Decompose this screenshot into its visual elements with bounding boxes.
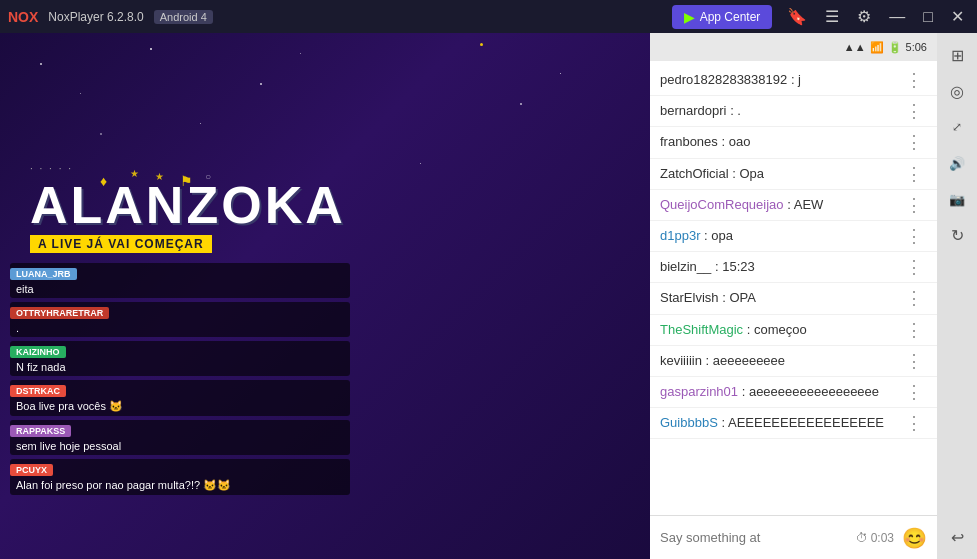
sidebar-resize-icon[interactable]: ⤢: [941, 111, 973, 143]
sidebar-camera-icon[interactable]: 📷: [941, 183, 973, 215]
chat-username: QueijoComRequeijao: [660, 197, 784, 212]
chat-overlay-item: PCUYX Alan foi preso por nao pagar multa…: [10, 459, 350, 495]
logo-tagline: A LIVE JÁ VAI COMEÇAR: [30, 235, 212, 253]
chat-username: StarElvish: [660, 290, 719, 305]
status-icons: ▲▲ 📶 🔋 5:06: [844, 41, 927, 54]
chat-overlay-text: eita: [10, 281, 350, 298]
chat-item-menu[interactable]: ⋮: [901, 196, 927, 214]
time-display: 5:06: [906, 41, 927, 53]
version-label: NoxPlayer 6.2.8.0: [48, 10, 143, 24]
app-center-label: App Center: [700, 10, 761, 24]
chat-message: : oao: [721, 134, 750, 149]
chat-message: : 15:23: [715, 259, 755, 274]
logo-small-text: · · · · ·: [30, 163, 346, 174]
chat-overlay-text: N fiz nada: [10, 359, 350, 376]
chat-item-menu[interactable]: ⋮: [901, 133, 927, 151]
sidebar-volume-icon[interactable]: 🔊: [941, 147, 973, 179]
chat-item-menu[interactable]: ⋮: [901, 165, 927, 183]
titlebar: NOX NoxPlayer 6.2.8.0 Android 4 ▶ App Ce…: [0, 0, 977, 33]
chat-message: : aeeeeeeeee: [706, 353, 786, 368]
chat-item-menu[interactable]: ⋮: [901, 321, 927, 339]
chat-username: bielzin__: [660, 259, 711, 274]
chat-overlay-item: DSTRKAC Boa live pra vocês 🐱: [10, 380, 350, 416]
status-bar: ▲▲ 📶 🔋 5:06: [650, 33, 937, 61]
chat-username: TheShiftMagic: [660, 322, 743, 337]
chat-overlay-item: LUANA_JRB eita: [10, 263, 350, 298]
wifi-icon: ▲▲: [844, 41, 866, 53]
chat-list-item: StarElvish : OPA ⋮: [650, 283, 937, 314]
signal-icon: 📶: [870, 41, 884, 54]
chat-list-item: bielzin__ : 15:23 ⋮: [650, 252, 937, 283]
chat-username: gasparzinh01: [660, 384, 738, 399]
sidebar-apps-icon[interactable]: ⊞: [941, 39, 973, 71]
app-center-button[interactable]: ▶ App Center: [672, 5, 773, 29]
chat-item-menu[interactable]: ⋮: [901, 414, 927, 432]
minimize-icon[interactable]: —: [884, 6, 910, 28]
chat-overlay-text: sem live hoje pessoal: [10, 438, 350, 455]
chat-list-item: bernardopri : . ⋮: [650, 96, 937, 127]
chat-overlay-text: Alan foi preso por nao pagar multa?!? 🐱🐱: [10, 477, 350, 495]
android-label: Android 4: [154, 10, 213, 24]
chat-message: : j: [791, 72, 801, 87]
chat-list-item: GuibbbbS : AEEEEEEEEEEEEEEEEE ⋮: [650, 408, 937, 439]
chat-list[interactable]: pedro1828283838192 : j ⋮ bernardopri : .…: [650, 61, 937, 515]
chat-item-menu[interactable]: ⋮: [901, 102, 927, 120]
chat-item-menu[interactable]: ⋮: [901, 289, 927, 307]
chat-list-item: d1pp3r : opa ⋮: [650, 221, 937, 252]
chat-item-menu[interactable]: ⋮: [901, 227, 927, 245]
chat-list-item: TheShiftMagic : começoo ⋮: [650, 315, 937, 346]
emoji-button[interactable]: 😊: [902, 526, 927, 550]
chat-overlay: LUANA_JRB eita OTTRYHRARETRAR . KAIZINHO…: [10, 263, 350, 499]
chat-item-menu[interactable]: ⋮: [901, 352, 927, 370]
chat-message: : aeeeeeeeeeeeeeeeee: [742, 384, 879, 399]
chat-timer: ⏱ 0:03: [856, 531, 894, 545]
chat-list-item: ZatchOficial : Opa ⋮: [650, 159, 937, 190]
timer-value: 0:03: [871, 531, 894, 545]
chat-username: franbones: [660, 134, 718, 149]
settings-icon[interactable]: ⚙: [852, 5, 876, 28]
game-logo: · · · · · ALANZOKA A LIVE JÁ VAI COMEÇAR: [30, 53, 346, 253]
chat-message: : OPA: [722, 290, 756, 305]
game-area: ♦ ★ ★ ⚑ ○ · · · · · ALANZOKA A LIVE JÁ V…: [0, 33, 650, 559]
chat-list-item: QueijoComRequeijao : AEW ⋮: [650, 190, 937, 221]
chat-overlay-item: RAPPAKSS sem live hoje pessoal: [10, 420, 350, 455]
right-sidebar: ⊞ ◎ ⤢ 🔊 📷 ↻ ↩: [937, 33, 977, 559]
chat-message: : opa: [704, 228, 733, 243]
chat-overlay-text: Boa live pra vocês 🐱: [10, 398, 350, 416]
bookmark-icon[interactable]: 🔖: [782, 5, 812, 28]
sidebar-location-icon[interactable]: ◎: [941, 75, 973, 107]
logo-main-text: ALANZOKA: [30, 179, 346, 231]
menu-icon[interactable]: ☰: [820, 5, 844, 28]
chat-overlay-item: OTTRYHRARETRAR .: [10, 302, 350, 337]
chat-message: : Opa: [732, 166, 764, 181]
chat-input[interactable]: [660, 530, 848, 545]
battery-icon: 🔋: [888, 41, 902, 54]
chat-message: : AEW: [787, 197, 823, 212]
chat-username: ZatchOficial: [660, 166, 729, 181]
chat-item-menu[interactable]: ⋮: [901, 258, 927, 276]
sidebar-undo-icon[interactable]: ↩: [941, 521, 973, 553]
chat-input-bar: ⏱ 0:03 😊: [650, 515, 937, 559]
chat-username: GuibbbbS: [660, 415, 718, 430]
chat-overlay-text: .: [10, 320, 350, 337]
chat-list-item: keviiiiin : aeeeeeeeee ⋮: [650, 346, 937, 377]
close-icon[interactable]: ✕: [946, 5, 969, 28]
chat-overlay-item: KAIZINHO N fiz nada: [10, 341, 350, 376]
chat-message: : .: [730, 103, 741, 118]
chat-panel: ▲▲ 📶 🔋 5:06 pedro1828283838192 : j ⋮ ber…: [650, 33, 937, 559]
chat-username: d1pp3r: [660, 228, 700, 243]
play-icon: ▶: [684, 9, 695, 25]
chat-item-menu[interactable]: ⋮: [901, 383, 927, 401]
timer-icon: ⏱: [856, 531, 868, 545]
chat-item-menu[interactable]: ⋮: [901, 71, 927, 89]
sidebar-refresh-icon[interactable]: ↻: [941, 219, 973, 251]
chat-message: : começoo: [747, 322, 807, 337]
chat-list-item: gasparzinh01 : aeeeeeeeeeeeeeeeee ⋮: [650, 377, 937, 408]
chat-username: bernardopri: [660, 103, 727, 118]
chat-list-item: franbones : oao ⋮: [650, 127, 937, 158]
window-controls: 🔖 ☰ ⚙ — □ ✕: [782, 5, 969, 28]
main-content: ♦ ★ ★ ⚑ ○ · · · · · ALANZOKA A LIVE JÁ V…: [0, 33, 977, 559]
nox-logo: NOX: [8, 9, 38, 25]
maximize-icon[interactable]: □: [918, 6, 938, 28]
chat-username: pedro1828283838192: [660, 72, 787, 87]
